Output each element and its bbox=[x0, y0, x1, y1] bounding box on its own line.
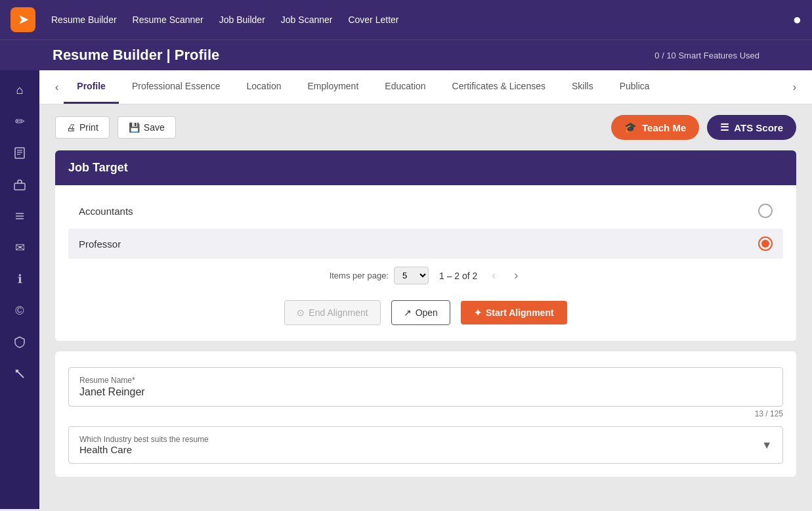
tab-skills[interactable]: Skills bbox=[559, 70, 607, 104]
tab-professional-essence[interactable]: Professional Essence bbox=[119, 70, 234, 104]
svg-rect-4 bbox=[14, 183, 25, 190]
tab-education[interactable]: Education bbox=[372, 70, 438, 104]
tab-employment[interactable]: Employment bbox=[294, 70, 372, 104]
nav-resume-builder[interactable]: Resume Builder bbox=[51, 14, 117, 25]
industry-dropdown[interactable]: Which Industry best suits the resume Hea… bbox=[68, 426, 783, 464]
radio-professor[interactable] bbox=[758, 236, 773, 251]
sidebar-home-icon[interactable]: ⌂ bbox=[7, 77, 33, 103]
ats-score-button[interactable]: ☰ ATS Score bbox=[707, 115, 796, 140]
resume-name-counter: 13 / 125 bbox=[68, 409, 783, 418]
tab-bar: ‹ Profile Professional Essence Location … bbox=[39, 70, 812, 104]
sub-header: Resume Builder | Profile 0 / 10 Smart Fe… bbox=[0, 39, 812, 70]
start-alignment-button[interactable]: ✦ Start Alignment bbox=[461, 301, 567, 324]
main-layout: ⌂ ✏ ✉ ℹ © ‹ Profile Professional Essence… bbox=[0, 70, 812, 509]
sidebar-info-icon[interactable]: ℹ bbox=[7, 266, 33, 292]
sidebar: ⌂ ✏ ✉ ℹ © bbox=[0, 70, 39, 509]
items-per-page-control: Items per page: 5 10 25 bbox=[330, 267, 429, 284]
sidebar-briefcase-icon[interactable] bbox=[7, 171, 33, 198]
per-page-select[interactable]: 5 10 25 bbox=[394, 267, 429, 284]
next-page-button[interactable]: › bbox=[510, 267, 522, 284]
main-content: ‹ Profile Professional Essence Location … bbox=[39, 70, 812, 509]
app-logo[interactable]: ➤ bbox=[11, 7, 35, 32]
action-row: ⊙ End Alignment ↗ Open ✦ Start Alignment bbox=[68, 295, 783, 330]
teach-me-button[interactable]: 🎓 Teach Me bbox=[611, 115, 699, 140]
job-target-body: Accountants Professor Items per page: 5 bbox=[55, 185, 796, 341]
nav-job-scanner[interactable]: Job Scanner bbox=[281, 14, 333, 25]
list-icon: ☰ bbox=[720, 122, 729, 133]
sidebar-list-icon[interactable] bbox=[7, 203, 33, 229]
job-target-item-accountants[interactable]: Accountants bbox=[68, 196, 783, 226]
end-alignment-icon: ⊙ bbox=[297, 307, 305, 318]
pagination-row: Items per page: 5 10 25 1 – 2 of 2 ‹ › bbox=[68, 261, 783, 295]
tab-publications[interactable]: Publica bbox=[607, 70, 663, 104]
job-target-item-professor[interactable]: Professor bbox=[68, 229, 783, 259]
sidebar-shield-icon[interactable] bbox=[7, 329, 33, 355]
tab-profile[interactable]: Profile bbox=[64, 70, 119, 104]
printer-icon: 🖨 bbox=[66, 122, 75, 133]
toolbar: 🖨 Print 💾 Save 🎓 Teach Me ☰ ATS Score bbox=[55, 115, 796, 140]
open-button[interactable]: ↗ Open bbox=[391, 300, 450, 325]
smart-features-meta: 0 / 10 Smart Features Used bbox=[654, 51, 759, 60]
graduation-icon: 🎓 bbox=[624, 122, 637, 133]
tab-scroll-left-button[interactable]: ‹ bbox=[50, 81, 64, 93]
user-avatar-icon[interactable]: ● bbox=[793, 11, 801, 28]
sidebar-mail-icon[interactable]: ✉ bbox=[7, 234, 33, 261]
resume-form-card: Resume Name* Janet Reinger 13 / 125 Whic… bbox=[55, 351, 796, 477]
sidebar-resume-icon[interactable] bbox=[7, 140, 33, 166]
tab-location[interactable]: Location bbox=[234, 70, 295, 104]
nav-links: Resume Builder Resume Scanner Job Builde… bbox=[51, 14, 777, 25]
resume-name-field[interactable]: Resume Name* Janet Reinger bbox=[68, 367, 783, 407]
save-button[interactable]: 💾 Save bbox=[118, 116, 176, 139]
open-icon: ↗ bbox=[404, 307, 412, 318]
save-icon: 💾 bbox=[129, 122, 140, 133]
tab-scroll-right-button[interactable]: › bbox=[788, 81, 801, 93]
page-info: 1 – 2 of 2 bbox=[439, 271, 477, 281]
tab-certificates[interactable]: Certificates & Licenses bbox=[439, 70, 559, 104]
star-icon: ✦ bbox=[474, 307, 482, 318]
content-area: 🖨 Print 💾 Save 🎓 Teach Me ☰ ATS Score bbox=[39, 104, 812, 498]
nav-resume-scanner[interactable]: Resume Scanner bbox=[133, 14, 203, 25]
chevron-down-icon: ▼ bbox=[761, 439, 772, 451]
sidebar-edit-icon[interactable]: ✏ bbox=[7, 108, 33, 135]
nav-cover-letter[interactable]: Cover Letter bbox=[348, 14, 398, 25]
radio-accountants[interactable] bbox=[758, 204, 773, 218]
job-target-card: Job Target Accountants Professor It bbox=[55, 150, 796, 341]
sidebar-tools-icon[interactable] bbox=[7, 361, 33, 387]
nav-job-builder[interactable]: Job Builder bbox=[219, 14, 265, 25]
job-target-header: Job Target bbox=[55, 150, 796, 185]
end-alignment-button[interactable]: ⊙ End Alignment bbox=[284, 300, 380, 325]
page-title: Resume Builder | Profile bbox=[53, 47, 219, 64]
print-button[interactable]: 🖨 Print bbox=[55, 116, 110, 139]
svg-rect-0 bbox=[15, 148, 24, 158]
prev-page-button[interactable]: ‹ bbox=[488, 267, 500, 284]
top-navigation: ➤ Resume Builder Resume Scanner Job Buil… bbox=[0, 0, 812, 39]
sidebar-copyright-icon[interactable]: © bbox=[7, 298, 33, 324]
